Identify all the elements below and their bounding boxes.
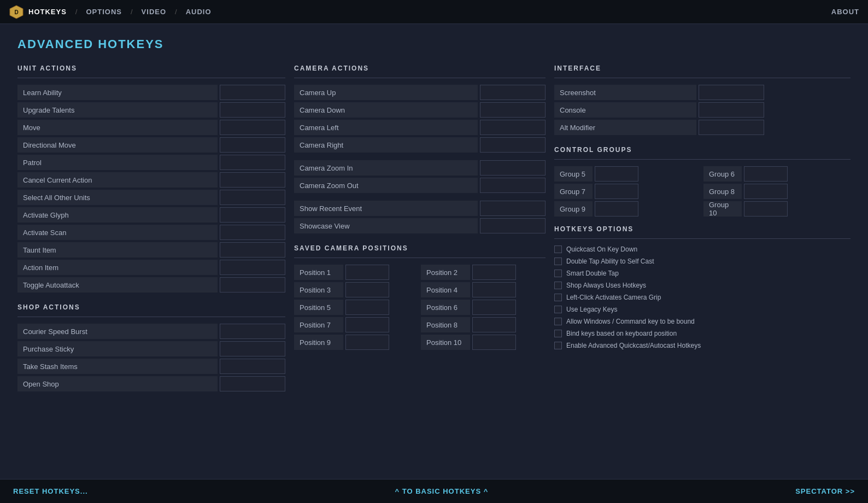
columns: UNIT ACTIONS Learn Ability Upgrade Talen… bbox=[17, 65, 851, 394]
shop-action-input-3[interactable] bbox=[220, 376, 285, 391]
list-item: Group 7 bbox=[554, 184, 701, 199]
cg-input-3[interactable] bbox=[744, 184, 788, 199]
camera-action-label-5: Camera Zoom Out bbox=[294, 178, 478, 193]
checkbox-6[interactable] bbox=[554, 318, 562, 325]
interface-input-1[interactable] bbox=[699, 102, 764, 118]
cg-input-2[interactable] bbox=[595, 184, 638, 199]
checkbox-1[interactable] bbox=[554, 258, 562, 265]
nav-video[interactable]: VIDEO bbox=[137, 5, 171, 18]
unit-action-label-1: Upgrade Talents bbox=[17, 102, 218, 118]
position-input-1[interactable] bbox=[472, 265, 516, 280]
position-input-0[interactable] bbox=[345, 265, 389, 280]
checkbox-2[interactable] bbox=[554, 270, 562, 277]
list-item: Position 6 bbox=[421, 300, 546, 315]
shop-action-input-2[interactable] bbox=[220, 359, 285, 374]
interface-input-0[interactable] bbox=[699, 85, 764, 100]
list-item: Group 10 bbox=[703, 201, 851, 217]
cg-input-1[interactable] bbox=[744, 166, 788, 182]
interface-input-2[interactable] bbox=[699, 120, 764, 135]
unit-action-input-7[interactable] bbox=[220, 207, 285, 223]
list-item: Group 5 bbox=[554, 166, 701, 182]
unit-action-input-2[interactable] bbox=[220, 120, 285, 135]
table-row: Select All Other Units bbox=[17, 190, 285, 205]
camera-actions-list: Camera Up Camera Down Camera Left Camera… bbox=[294, 85, 546, 233]
unit-action-input-0[interactable] bbox=[220, 85, 285, 100]
unit-action-label-6: Select All Other Units bbox=[17, 190, 218, 205]
checkbox-5[interactable] bbox=[554, 306, 562, 313]
camera-action-label-6: Show Recent Event bbox=[294, 201, 478, 216]
camera-action-input-6[interactable] bbox=[480, 201, 546, 216]
unit-action-label-8: Activate Scan bbox=[17, 225, 218, 240]
camera-action-input-0[interactable] bbox=[480, 85, 546, 100]
camera-action-input-3[interactable] bbox=[480, 137, 546, 153]
position-input-5[interactable] bbox=[472, 300, 516, 315]
camera-actions-title: CAMERA ACTIONS bbox=[294, 65, 546, 72]
interface-label-0: Screenshot bbox=[554, 85, 696, 100]
checkbox-0[interactable] bbox=[554, 245, 562, 253]
list-item: Position 7 bbox=[294, 317, 419, 332]
shop-action-input-1[interactable] bbox=[220, 341, 285, 356]
shop-actions-title: SHOP ACTIONS bbox=[17, 303, 285, 311]
nav-about[interactable]: ABOUT bbox=[831, 8, 859, 16]
checkbox-label-4: Left-Click Activates Camera Grip bbox=[566, 294, 661, 301]
cg-input-4[interactable] bbox=[595, 201, 638, 217]
shop-action-label-0: Courier Speed Burst bbox=[17, 324, 218, 339]
list-item: Position 10 bbox=[421, 335, 546, 350]
unit-action-input-3[interactable] bbox=[220, 137, 285, 153]
unit-action-input-6[interactable] bbox=[220, 190, 285, 205]
shop-action-input-0[interactable] bbox=[220, 324, 285, 339]
unit-action-input-10[interactable] bbox=[220, 260, 285, 275]
nav-audio[interactable]: AUDIO bbox=[181, 5, 216, 18]
unit-action-input-1[interactable] bbox=[220, 102, 285, 118]
nav-hotkeys[interactable]: HOTKEYS bbox=[24, 5, 71, 18]
unit-action-input-4[interactable] bbox=[220, 155, 285, 170]
nav-options[interactable]: OPTIONS bbox=[81, 5, 126, 18]
position-input-6[interactable] bbox=[345, 317, 389, 332]
position-input-3[interactable] bbox=[472, 282, 516, 297]
col-camera: CAMERA ACTIONS Camera Up Camera Down Cam… bbox=[294, 65, 546, 350]
hotkeys-options-title: HOTKEYS OPTIONS bbox=[554, 225, 851, 233]
basic-hotkeys-button[interactable]: ^ TO BASIC HOTKEYS ^ bbox=[88, 487, 796, 495]
checkbox-3[interactable] bbox=[554, 282, 562, 289]
bottom-bar: RESET HOTKEYS... ^ TO BASIC HOTKEYS ^ SP… bbox=[0, 479, 868, 503]
table-row: Screenshot bbox=[554, 85, 851, 100]
camera-action-input-5[interactable] bbox=[480, 178, 546, 193]
interface-list: Screenshot Console Alt Modifier bbox=[554, 85, 851, 135]
table-row: Activate Glyph bbox=[17, 207, 285, 223]
shop-action-label-1: Purchase Sticky bbox=[17, 341, 218, 356]
checkbox-7[interactable] bbox=[554, 330, 562, 337]
position-input-8[interactable] bbox=[345, 335, 389, 350]
unit-action-input-11[interactable] bbox=[220, 277, 285, 293]
position-input-7[interactable] bbox=[472, 317, 516, 332]
unit-action-input-9[interactable] bbox=[220, 242, 285, 258]
saved-camera-title: SAVED CAMERA POSITIONS bbox=[294, 244, 546, 252]
position-label-8: Position 9 bbox=[294, 335, 343, 350]
unit-action-label-9: Taunt Item bbox=[17, 242, 218, 258]
cg-input-0[interactable] bbox=[595, 166, 638, 182]
cg-input-5[interactable] bbox=[744, 201, 788, 217]
camera-action-input-1[interactable] bbox=[480, 102, 546, 118]
camera-action-input-4[interactable] bbox=[480, 160, 546, 176]
checkbox-4[interactable] bbox=[554, 294, 562, 301]
table-row: Learn Ability bbox=[17, 85, 285, 100]
checkbox-list: Quickcast On Key Down Double Tap Ability… bbox=[554, 245, 851, 349]
position-input-2[interactable] bbox=[345, 282, 389, 297]
unit-action-input-5[interactable] bbox=[220, 172, 285, 188]
position-input-4[interactable] bbox=[345, 300, 389, 315]
unit-action-input-8[interactable] bbox=[220, 225, 285, 240]
reset-hotkeys-button[interactable]: RESET HOTKEYS... bbox=[13, 487, 88, 495]
list-item: Position 2 bbox=[421, 265, 546, 280]
interface-label-1: Console bbox=[554, 102, 696, 118]
unit-action-label-10: Action Item bbox=[17, 260, 218, 275]
list-item: Position 8 bbox=[421, 317, 546, 332]
checkbox-label-6: Allow Windows / Command key to be bound bbox=[566, 318, 695, 325]
table-row: Console bbox=[554, 102, 851, 118]
list-item: Use Legacy Keys bbox=[554, 306, 851, 313]
checkbox-8[interactable] bbox=[554, 342, 562, 349]
page-title: ADVANCED HOTKEYS bbox=[17, 37, 851, 51]
camera-action-input-2[interactable] bbox=[480, 120, 546, 135]
position-label-2: Position 3 bbox=[294, 282, 343, 297]
spectator-button[interactable]: SPECTATOR >> bbox=[795, 487, 855, 495]
position-input-9[interactable] bbox=[472, 335, 516, 350]
camera-action-input-7[interactable] bbox=[480, 218, 546, 233]
